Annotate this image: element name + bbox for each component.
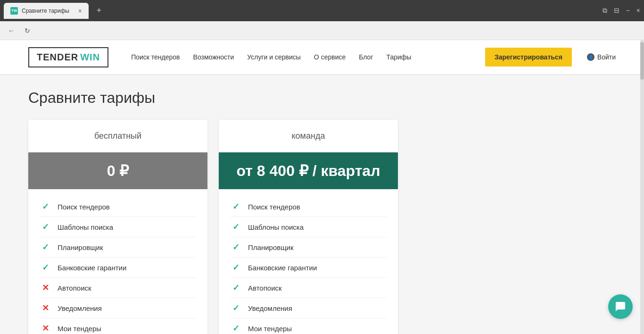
free-plan-price: 0 ₽ [28, 152, 207, 189]
free-plan-card: бесплатный 0 ₽ ✓ Поиск тендеров ✓ Шаблон… [28, 120, 207, 334]
refresh-button[interactable]: ↻ [22, 25, 33, 36]
nav-link-search[interactable]: Поиск тендеров [131, 53, 180, 61]
tab-favicon: TW [10, 7, 18, 15]
team-plan-features: ✓ Поиск тендеров ✓ Шаблоны поиска ✓ План… [219, 189, 398, 334]
check-icon: ✓ [230, 242, 241, 252]
tab-title: Сравните тарифы [22, 8, 74, 14]
nav-link-services[interactable]: Услуги и сервисы [247, 53, 301, 61]
feature-label: Уведомления [58, 304, 102, 312]
nav-link-features[interactable]: Возможности [193, 53, 234, 61]
free-feature-1: ✓ Поиск тендеров [40, 197, 196, 217]
check-icon: ✓ [40, 201, 51, 212]
logo-win: WIN [80, 52, 100, 63]
address-bar: ← ↻ [0, 21, 644, 40]
feature-label: Банковские гарантии [58, 264, 126, 272]
feature-label: Мои тендеры [248, 325, 292, 333]
cross-icon: ✕ [40, 303, 51, 313]
check-icon: ✓ [230, 323, 241, 334]
scrollbar[interactable] [640, 40, 644, 334]
check-icon: ✓ [40, 262, 51, 273]
feature-label: Планировщик [248, 243, 293, 251]
team-plan-card: команда от 8 400 ₽ / квартал ✓ Поиск тен… [219, 120, 398, 334]
check-icon: ✓ [230, 222, 241, 232]
cross-icon: ✕ [40, 283, 51, 293]
free-feature-2: ✓ Шаблоны поиска [40, 217, 196, 237]
check-icon: ✓ [230, 303, 241, 313]
browser-chrome: TW Сравните тарифы × + ⧉ ⊟ − × [0, 0, 644, 21]
close-window-icon[interactable]: × [636, 7, 640, 15]
feature-label: Мои тендеры [58, 325, 101, 333]
cross-icon: ✕ [40, 323, 51, 334]
nav-links: Поиск тендеров Возможности Услуги и серв… [131, 53, 470, 61]
feature-label: Шаблоны поиска [248, 223, 304, 231]
scrollbar-thumb[interactable] [640, 42, 644, 80]
nav-link-blog[interactable]: Блог [359, 53, 373, 61]
team-feature-6: ✓ Уведомления [230, 298, 387, 318]
feature-label: Банковские гарантии [248, 264, 317, 272]
check-icon: ✓ [40, 242, 51, 252]
new-tab-button[interactable]: + [92, 4, 106, 17]
free-feature-3: ✓ Планировщик [40, 237, 196, 258]
chat-button[interactable] [608, 294, 633, 319]
nav-link-tariffs[interactable]: Тарифы [387, 53, 412, 61]
chat-icon [615, 301, 626, 312]
check-icon: ✓ [40, 222, 51, 232]
browser-window-controls[interactable]: ⧉ ⊟ − × [603, 7, 640, 15]
pricing-grid: бесплатный 0 ₽ ✓ Поиск тендеров ✓ Шаблон… [28, 120, 616, 334]
logo[interactable]: TENDER WIN [28, 47, 108, 67]
free-feature-6: ✕ Уведомления [40, 298, 196, 318]
feature-label: Уведомления [248, 304, 292, 312]
nav-link-about[interactable]: О сервисе [314, 53, 346, 61]
team-plan-header: команда [219, 120, 398, 152]
menu-icon[interactable]: ⊟ [614, 7, 619, 15]
main-content: Сравните тарифы бесплатный 0 ₽ ✓ Поиск т… [0, 74, 644, 334]
team-plan-price: от 8 400 ₽ / квартал [219, 152, 398, 189]
free-plan-features: ✓ Поиск тендеров ✓ Шаблоны поиска ✓ План… [28, 189, 207, 334]
feature-label: Планировщик [58, 243, 103, 251]
free-feature-4: ✓ Банковские гарантии [40, 258, 196, 278]
feature-label: Автопоиск [58, 284, 91, 292]
team-feature-1: ✓ Поиск тендеров [230, 197, 387, 217]
back-button[interactable]: ← [6, 25, 17, 36]
team-feature-2: ✓ Шаблоны поиска [230, 217, 387, 237]
free-feature-5: ✕ Автопоиск [40, 278, 196, 298]
navbar: TENDER WIN Поиск тендеров Возможности Ус… [0, 40, 644, 74]
minimize-icon[interactable]: − [626, 7, 630, 15]
restore-icon[interactable]: ⧉ [603, 7, 607, 15]
login-button[interactable]: 👤 Войти [587, 53, 616, 61]
logo-tender: TENDER [37, 52, 78, 63]
page-title: Сравните тарифы [28, 89, 616, 107]
check-icon: ✓ [230, 201, 241, 212]
page-content: TENDER WIN Поиск тендеров Возможности Ус… [0, 40, 644, 334]
team-feature-3: ✓ Планировщик [230, 237, 387, 258]
team-feature-7: ✓ Мои тендеры [230, 318, 387, 334]
free-feature-7: ✕ Мои тендеры [40, 318, 196, 334]
team-feature-4: ✓ Банковские гарантии [230, 258, 387, 278]
free-plan-header: бесплатный [28, 120, 207, 152]
feature-label: Поиск тендеров [58, 203, 110, 211]
check-icon: ✓ [230, 283, 241, 293]
feature-label: Шаблоны поиска [58, 223, 113, 231]
check-icon: ✓ [230, 262, 241, 273]
user-icon: 👤 [587, 53, 594, 61]
feature-label: Автопоиск [248, 284, 282, 292]
tab-close-icon[interactable]: × [78, 8, 82, 14]
team-feature-5: ✓ Автопоиск [230, 278, 387, 298]
register-button[interactable]: Зарегистрироваться [485, 48, 572, 67]
browser-tab[interactable]: TW Сравните тарифы × [4, 3, 89, 19]
login-label: Войти [597, 53, 616, 61]
feature-label: Поиск тендеров [248, 203, 300, 211]
